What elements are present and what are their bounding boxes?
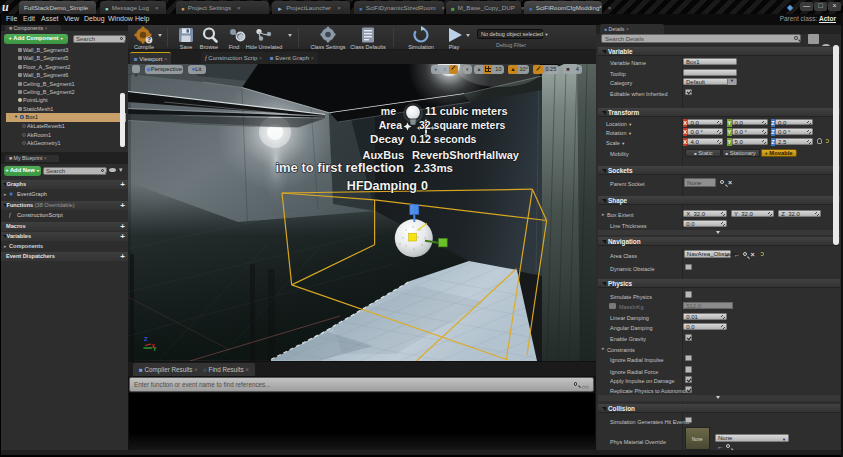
- svg-text:Decay: Decay: [370, 133, 404, 145]
- svg-text:32 square meters: 32 square meters: [419, 119, 506, 131]
- svg-text:ReverbShortHallway: ReverbShortHallway: [412, 149, 520, 161]
- svg-text:0: 0: [421, 179, 428, 193]
- svg-text:Area: Area: [379, 119, 403, 131]
- svg-text:?: ?: [147, 36, 151, 43]
- svg-text:11 cubic meters: 11 cubic meters: [425, 105, 508, 117]
- svg-text:Z: Z: [144, 336, 148, 342]
- svg-text:ime to first reflection: ime to first reflection: [275, 160, 404, 175]
- svg-text:me: me: [381, 105, 396, 117]
- svg-text:HFDamping: HFDamping: [347, 179, 417, 193]
- svg-text:0.12 seconds: 0.12 seconds: [411, 133, 477, 145]
- svg-text:2.33ms: 2.33ms: [414, 162, 453, 174]
